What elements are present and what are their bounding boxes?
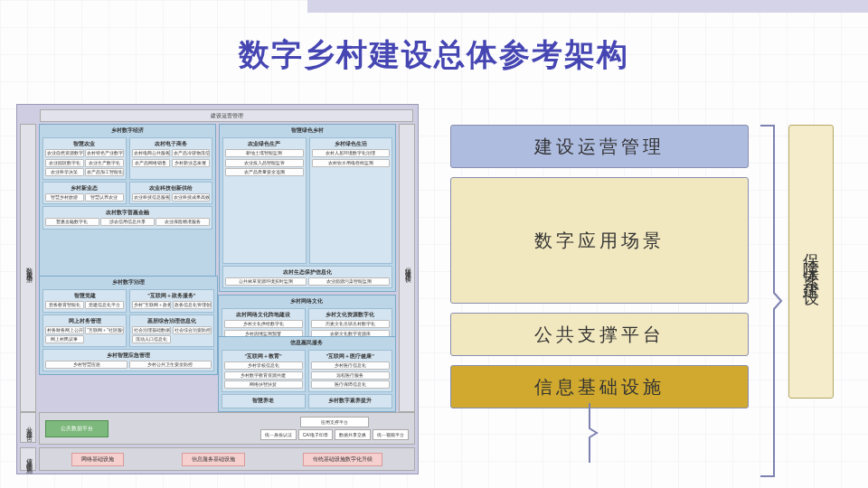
card-economy-hdr: 乡村数字经济 [42, 127, 212, 136]
chip: 村务财务网上公开 [45, 326, 84, 334]
chip: 历史文化名镇名村数字化 [311, 320, 390, 328]
sub-edu: "互联网＋教育" 乡村学校信息化乡村数字教育资源共建网络扶智扶贫 [222, 350, 306, 392]
card-green-hdr: 智慧绿色乡村 [222, 127, 392, 136]
chip: 医疗保障信息化 [311, 380, 390, 389]
chip: 农业园区数字化 [45, 159, 84, 167]
app-platform: 应用支撑平台 [300, 417, 369, 427]
sub-newbiz: 乡村新业态 智慧乡村旅游智慧认养农业 [42, 182, 127, 205]
chip: 乡村数字教育资源共建 [224, 371, 303, 380]
chip: 农产品冷链物流信息化 [172, 149, 211, 157]
chip: 乡村学校信息化 [224, 361, 303, 370]
chip: 农产品网络销售 [132, 159, 171, 167]
chip: 政务信息化管理创新 [173, 301, 212, 309]
chip: 涉农信用信息共享 [100, 218, 155, 226]
sub-emerg: 乡村智慧应急管理 乡村智慧应急乡村公共卫生安全防控 [42, 349, 214, 372]
chip: 公共林草资源环境实时监测 [225, 277, 307, 286]
card-green: 智慧绿色乡村 农业绿色生产 耕地土壤智能监测农业投入品智能监管农产品质量安全追溯… [219, 124, 396, 292]
chip: 农产品质量安全追溯 [225, 168, 304, 176]
chip: 普惠金融数字化 [45, 218, 99, 226]
summary-column: 建设运营管理 数字应用场景 公共支撑平台 信息基础设施 [450, 125, 749, 408]
app-platform-items: 统一身份认证 CA/电子印章 数据共享交换 统一视频平台 [260, 429, 409, 440]
chip: 乡村"互联网＋政务服务" [132, 301, 171, 309]
chip: 农业科技成果高效转化 [172, 193, 211, 202]
card-govern: 乡村数字治理 智慧党建 党务教育智能化党建信息化平台 "互联网＋政务服务" 乡村… [39, 276, 218, 375]
chip: 农业面源污染智能监测 [308, 277, 390, 286]
diagram-right-label: 保障体系建设 [399, 124, 415, 412]
chip: 乡村智慧应急 [45, 361, 127, 369]
sub-smart-ag: 智慧农业 农业自然资源数字化农村特色产业数字化监测农业园区数字化农业生产数字化农… [42, 137, 127, 180]
chip: 农业投入品智能监管 [225, 159, 304, 167]
diagram-left-label: 数字应用场景 [20, 124, 36, 412]
chip: 远程医疗服务 [311, 371, 390, 380]
chip: 乡村文化供给数字化 [224, 320, 303, 328]
chip: "互联网＋"社区服务 [85, 326, 124, 334]
chip: 农产品加工智能化 [85, 168, 124, 176]
sub-online-village: 网上村务管理 村务财务网上公开"互联网＋"社区服务网上村民议事 [42, 314, 127, 347]
chip: 智慧认养农业 [85, 193, 124, 202]
architecture-diagram: 建设运营管理 数字应用场景 乡村数字经济 智慧农业 农业自然资源数字化农村特色产… [16, 104, 419, 474]
chip: 乡村新业态发展 [172, 159, 211, 167]
chip: 流动人口信息化 [132, 335, 171, 343]
sub-party: 智慧党建 党务教育智能化党建信息化平台 [42, 289, 127, 313]
card-service: 信息惠民服务 "互联网＋教育" 乡村学校信息化乡村数字教育资源共建网络扶智扶贫 … [218, 336, 397, 412]
sub-green-life: 乡村绿色生活 农村人居环境数字化治理农村饮水用电在线监测 [309, 137, 393, 264]
summary-support: 公共支撑平台 [450, 313, 749, 356]
sub-finance: 农村数字普惠金融 普惠金融数字化涉农信用信息共享农业保险精准服务 [42, 206, 212, 230]
card-economy: 乡村数字经济 智慧农业 农业自然资源数字化农村特色产业数字化监测农业园区数字化农… [39, 124, 216, 292]
chip: 智慧乡村旅游 [45, 193, 84, 202]
sub-gov: "互联网＋政务服务" 乡村"互联网＋政务服务"政务信息化管理创新 [129, 289, 213, 313]
chip: 社会治理基础数据 [132, 326, 171, 334]
sub-literacy: 乡村数字素养提升 [308, 394, 392, 409]
chip: 农业自然资源数字化 [45, 149, 84, 157]
summary-mgmt: 建设运营管理 [450, 125, 749, 168]
page-title: 数字乡村建设总体参考架构 [0, 34, 868, 76]
support-strip: 公共支撑平台 公共数据平台 应用支撑平台 统一身份认证 CA/电子印章 数据共享… [20, 412, 415, 445]
chip: 党建信息化平台 [85, 301, 124, 309]
chip: 农村特色产业数字化监测 [85, 149, 124, 157]
diagram-top-mgmt: 建设运营管理 [40, 109, 413, 122]
data-platform: 公共数据平台 [45, 420, 108, 437]
chip: 党务教育智能化 [45, 301, 84, 309]
sub-ecommerce: 农村电子商务 农村电商公共服务体系建设农产品冷链物流信息化农产品网络销售乡村新业… [129, 137, 213, 180]
summary-scenes: 数字应用场景 [450, 177, 749, 304]
sub-elder: 智慧养老 [222, 394, 306, 409]
summary-guarantee: 保障体系建设 [788, 125, 834, 399]
chip: 农村人居环境数字化治理 [312, 149, 391, 157]
chip: 农业科学决策 [45, 168, 84, 176]
chip: 农村电商公共服务体系建设 [132, 149, 171, 157]
chip: 农业生产数字化 [85, 159, 124, 167]
sub-med: "互联网＋医疗健康" 乡村医疗信息化远程医疗服务医疗保障信息化 [308, 350, 392, 392]
infra-3: 传统基础设施数字化升级 [303, 453, 382, 466]
infra-1: 网络基础设施 [71, 453, 124, 466]
infra-2: 信息服务基础设施 [182, 453, 245, 466]
bracket-icon [756, 121, 783, 481]
sub-green-prod: 农业绿色生产 耕地土壤智能监测农业投入品智能监管农产品质量安全追溯 [222, 137, 307, 264]
chip: 耕地土壤智能监测 [225, 149, 304, 157]
sub-grass: 基层综合治理信息化 社会治理基础数据社会综合治安防控流动人口信息化 [129, 314, 213, 347]
chip: 社会综合治安防控 [173, 326, 212, 334]
bracket-small-icon [588, 401, 601, 465]
top-accent-bar [307, 0, 868, 13]
chip: 网络扶智扶贫 [224, 380, 303, 389]
sub-eco: 农村生态保护信息化 公共林草资源环境实时监测农业面源污染智能监测 [222, 266, 392, 289]
infra-strip: 信息基础设施 网络基础设施 信息服务基础设施 传统基础设施数字化升级 [20, 447, 415, 471]
chip: 农业保险精准服务 [156, 218, 210, 226]
chip: 网上村民议事 [45, 335, 84, 343]
chip: 农村饮水用电在线监测 [312, 159, 391, 167]
chip: 乡村医疗信息化 [311, 361, 390, 370]
chip: 乡村公共卫生安全防控 [129, 361, 212, 369]
sub-agritech: 农业科技创新供给 农业科技信息服务农业科技成果高效转化 [129, 182, 213, 205]
chip: 农业科技信息服务 [132, 193, 171, 202]
